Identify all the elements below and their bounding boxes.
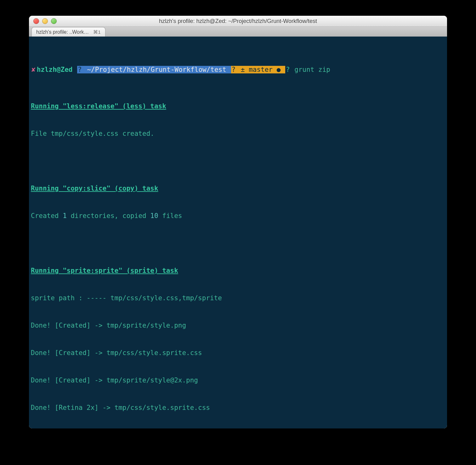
- output-line: Done! [Created] -> tmp/sprite/style.png: [31, 321, 445, 330]
- terminal-viewport[interactable]: ✘hzlzh@Zed ? ~/Project/hzlzh/Grunt-Workf…: [29, 37, 447, 428]
- separator-icon: ?: [285, 66, 291, 73]
- git-branch: ± master ●: [240, 66, 285, 73]
- zoom-icon[interactable]: [51, 18, 57, 24]
- output-line: Done! [Created] -> tmp/sprite/style@2x.p…: [31, 376, 445, 385]
- output-line: Done! [Created] -> tmp/css/style.sprite.…: [31, 348, 445, 358]
- tab-bar: hzlzh's profile: ..Work… ⌘1: [29, 27, 447, 37]
- prompt-line-1: ✘hzlzh@Zed ? ~/Project/hzlzh/Grunt-Workf…: [31, 65, 445, 74]
- tab-terminal-1[interactable]: hzlzh's profile: ..Work… ⌘1: [31, 27, 105, 37]
- close-icon[interactable]: [33, 18, 39, 24]
- task-header: Running "sprite:sprite" (sprite) task: [31, 266, 445, 275]
- tab-label: hzlzh's profile: ..Work…: [36, 29, 89, 35]
- output-line: Created 1 directories, copied 10 files: [31, 211, 445, 221]
- separator-icon: ?: [77, 66, 86, 73]
- window-titlebar[interactable]: hzlzh's profile: hzlzh@Zed: ~/Project/hz…: [29, 16, 447, 27]
- separator-icon: ?: [231, 66, 240, 73]
- status-icon: ✘: [31, 66, 36, 73]
- cwd-path: ~/Project/hzlzh/Grunt-Workflow/test: [86, 66, 231, 73]
- command-input: grunt zip: [291, 66, 330, 73]
- window-controls: [29, 18, 57, 24]
- minimize-icon[interactable]: [42, 18, 48, 24]
- output-line: sprite path : ----- tmp/css/style.css,tm…: [31, 294, 445, 303]
- output-line: File tmp/css/style.css created.: [31, 129, 445, 138]
- task-header: Running "less:release" (less) task: [31, 102, 445, 111]
- window-title: hzlzh's profile: hzlzh@Zed: ~/Project/hz…: [29, 18, 447, 25]
- tab-shortcut: ⌘1: [93, 29, 100, 35]
- user-host: hzlzh@Zed: [36, 66, 77, 73]
- terminal-window: hzlzh's profile: hzlzh@Zed: ~/Project/hz…: [29, 16, 447, 428]
- output-line: Done! [Retina 2x] -> tmp/css/style.sprit…: [31, 403, 445, 412]
- task-header: Running "copy:slice" (copy) task: [31, 184, 445, 193]
